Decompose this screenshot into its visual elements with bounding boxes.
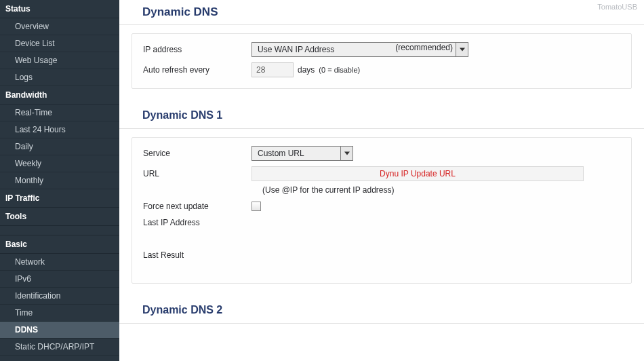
last-result-label: Last Result	[143, 250, 251, 260]
ip-address-select[interactable]: Use WAN IP Address (recommended)	[251, 42, 468, 57]
ddns1-title: Dynamic DNS 1	[119, 101, 644, 129]
sidebar-section-ip-traffic[interactable]: IP Traffic	[0, 189, 119, 208]
sidebar-item-identification[interactable]: Identification	[0, 288, 119, 305]
sidebar-item-logs[interactable]: Logs	[0, 69, 119, 86]
sidebar-item-ipv6[interactable]: IPv6	[0, 271, 119, 288]
service-label: Service	[143, 149, 251, 158]
auto-refresh-label: Auto refresh every	[143, 65, 251, 75]
force-update-label: Force next update	[143, 202, 251, 211]
branding-label: TomatoUSB	[597, 3, 637, 11]
url-hint: (Use @IP for the current IP address)	[132, 184, 631, 199]
sidebar-item-time[interactable]: Time	[0, 305, 119, 322]
service-select-value: Custom URL	[252, 147, 340, 160]
auto-refresh-input[interactable]	[251, 62, 294, 77]
last-ip-label: Last IP Address	[143, 218, 251, 227]
main-content: TomatoUSB Dynamic DNS IP address Use WAN…	[119, 0, 644, 361]
ddns1-panel: Service Custom URL URL (Use @IP for the …	[132, 137, 632, 284]
sidebar-item-static-dhcp[interactable]: Static DHCP/ARP/IPT	[0, 339, 119, 356]
chevron-down-icon[interactable]	[340, 147, 353, 160]
ip-address-label: IP address	[143, 45, 251, 54]
sidebar-item-ddns[interactable]: DDNS	[0, 322, 119, 339]
chevron-down-icon[interactable]	[456, 43, 468, 56]
sidebar-item-network[interactable]: Network	[0, 254, 119, 271]
sidebar-section-bandwidth: Bandwidth	[0, 86, 119, 104]
sidebar-item-monthly[interactable]: Monthly	[0, 172, 119, 189]
force-update-checkbox[interactable]	[251, 202, 261, 211]
service-select[interactable]: Custom URL	[251, 146, 353, 161]
sidebar-gap	[0, 226, 119, 235]
auto-refresh-unit: days	[298, 65, 315, 75]
sidebar-item-real-time[interactable]: Real-Time	[0, 104, 119, 121]
sidebar-section-basic: Basic	[0, 235, 119, 254]
sidebar-section-status: Status	[0, 0, 119, 18]
sidebar-item-overview[interactable]: Overview	[0, 18, 119, 35]
sidebar-section-tools[interactable]: Tools	[0, 208, 119, 226]
page-title: Dynamic DNS	[119, 0, 644, 25]
sidebar: Status Overview Device List Web Usage Lo…	[0, 0, 119, 361]
sidebar-item-device-list[interactable]: Device List	[0, 35, 119, 52]
sidebar-item-daily[interactable]: Daily	[0, 138, 119, 155]
auto-refresh-hint: (0 = disable)	[319, 66, 360, 74]
sidebar-item-web-usage[interactable]: Web Usage	[0, 52, 119, 69]
sidebar-item-weekly[interactable]: Weekly	[0, 155, 119, 172]
ip-address-select-value: Use WAN IP Address	[252, 43, 340, 56]
ddns2-title: Dynamic DNS 2	[119, 296, 644, 324]
ip-address-recommended: (recommended)	[395, 43, 453, 56]
sidebar-item-last-24-hours[interactable]: Last 24 Hours	[0, 121, 119, 138]
ddns-global-panel: IP address Use WAN IP Address (recommend…	[132, 33, 632, 89]
url-label: URL	[143, 169, 251, 178]
url-input[interactable]	[251, 166, 584, 181]
